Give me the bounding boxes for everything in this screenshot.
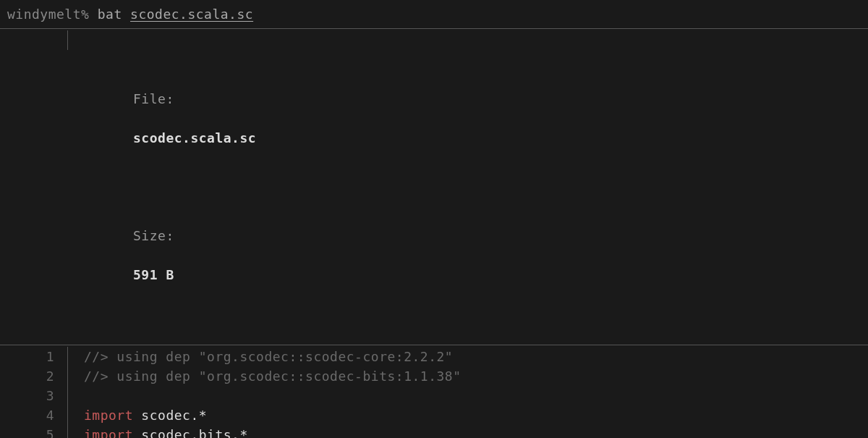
shell-arg: scodec.scala.sc <box>130 7 253 22</box>
code-token: import <box>84 427 133 438</box>
line-number: 2 <box>0 366 68 386</box>
code-row: 4import scodec.* <box>0 405 868 425</box>
size-label: Size: <box>133 228 174 243</box>
file-name: scodec.scala.sc <box>133 130 256 146</box>
file-header: File: scodec.scala.sc Size: 591 B <box>0 30 868 343</box>
shell-prompt-line[interactable]: windymelt% bat scodec.scala.sc <box>0 4 868 27</box>
code-cell: //> using dep "org.scodec::scodec-bits:1… <box>68 366 461 386</box>
divider <box>0 345 868 345</box>
shell-command: bat <box>98 7 122 22</box>
code-token: scodec.* <box>133 408 207 423</box>
shell-prompt: windymelt% <box>7 7 89 22</box>
line-number: 1 <box>0 347 68 366</box>
gutter-blank <box>0 30 68 50</box>
divider <box>0 28 868 29</box>
code-cell: import scodec.* <box>68 405 207 425</box>
code-token: import <box>84 408 133 423</box>
code-token: scodec.bits.* <box>133 427 248 438</box>
file-size: 591 B <box>133 267 174 282</box>
code-body: 1//> using dep "org.scodec::scodec-core:… <box>0 347 868 438</box>
line-number: 5 <box>0 425 68 438</box>
code-row: 2//> using dep "org.scodec::scodec-bits:… <box>0 366 868 386</box>
line-number: 3 <box>0 386 68 405</box>
code-token: //> using dep "org.scodec::scodec-bits:1… <box>84 368 461 384</box>
code-cell: import scodec.bits.* <box>68 425 248 438</box>
line-number: 4 <box>0 405 68 425</box>
file-label: File: <box>133 91 174 106</box>
code-token: //> using dep "org.scodec::scodec-core:2… <box>84 349 453 364</box>
code-row: 1//> using dep "org.scodec::scodec-core:… <box>0 347 868 366</box>
code-cell: //> using dep "org.scodec::scodec-core:2… <box>68 347 453 366</box>
code-cell <box>68 386 92 405</box>
code-row: 5import scodec.bits.* <box>0 425 868 438</box>
code-row: 3 <box>0 386 868 405</box>
